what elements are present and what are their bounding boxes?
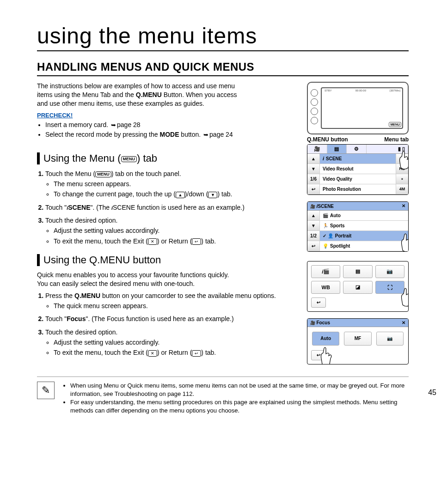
tab-icon[interactable]: ▤ <box>327 145 347 153</box>
exit-icon: ✕ <box>148 350 157 357</box>
close-button[interactable]: ✕ <box>402 320 405 325</box>
list-item[interactable]: 💡Spotlight <box>320 241 408 251</box>
quick-menu-screen: i🎬 ▤ 📷 WB ◪ ⛶ ↩ <box>307 261 409 312</box>
up-icon: ▲ <box>176 192 185 198</box>
tab-icon[interactable]: 🎥 <box>307 145 327 153</box>
arrow-icon <box>110 121 117 128</box>
subheading-qmenu: Using the Q.MENU button <box>43 254 161 266</box>
page-indicator: 1/2 <box>307 231 319 241</box>
list-item[interactable]: Video Quality <box>320 174 396 184</box>
focus-option[interactable]: 📷 <box>376 332 404 346</box>
down-icon: ▼ <box>208 192 217 198</box>
focus-option[interactable]: MF <box>344 332 371 346</box>
return-button[interactable]: ↩ <box>311 350 326 360</box>
menu-tab-label: Menu tab <box>384 136 409 143</box>
qmenu-button-label: Q.MENU button <box>307 136 348 143</box>
section-heading: HANDLING MENUS AND QUICK MENUS <box>37 61 409 76</box>
subheading-menu-tab: Using the Menu (MENU) tab <box>43 152 157 164</box>
precheck-list: Insert a memory card. page 28 Select the… <box>45 121 298 140</box>
menu-chip-icon: MENU <box>95 171 111 177</box>
down-button[interactable]: ▼ <box>307 221 319 231</box>
return-icon: ↩ <box>192 238 201 245</box>
note-item: For easy understanding, the menu setting… <box>70 398 409 415</box>
qmenu-intro: Quick menu enables you to access your fa… <box>37 271 298 288</box>
focus-option[interactable]: Auto <box>312 332 339 346</box>
qmenu-item[interactable]: ▤ <box>343 265 372 278</box>
qmenu-item[interactable]: 📷 <box>375 265 404 278</box>
return-button[interactable]: ↩ <box>307 184 319 194</box>
list-item[interactable]: 🎬Auto <box>320 211 408 221</box>
qmenu-item[interactable]: i🎬 <box>311 265 340 278</box>
qmenu-item[interactable]: ⛶ <box>375 281 404 294</box>
menu-title: 🎥 Focus <box>310 320 330 325</box>
qmenu-item[interactable]: WB <box>311 281 340 294</box>
list-item[interactable]: Video Resolut <box>320 164 396 174</box>
subhead-bar <box>37 152 40 164</box>
note-icon: ✎ <box>37 382 55 399</box>
intro-text: The instructions below are examples of h… <box>37 82 298 108</box>
tab-icon[interactable]: ⚙ <box>347 145 367 153</box>
note-box: ✎ When using Menu or Quick menu items, s… <box>37 376 409 415</box>
menu-tab-chip: MENU <box>389 122 401 127</box>
chevron-right-icon[interactable]: 4M <box>396 184 408 194</box>
close-button[interactable]: ✕ <box>402 203 405 208</box>
precheck-heading: PRECHECK! <box>37 112 298 119</box>
page-title: using the menu items <box>37 23 409 51</box>
menu-title: 🎥 iSCENE <box>310 203 334 209</box>
exit-icon: ✕ <box>148 238 157 245</box>
list-item[interactable]: Photo Resolution <box>320 184 396 194</box>
page-indicator: 1/6 <box>307 174 319 184</box>
camera-illustration: STBY00:00:00[307Min] MENU <box>307 82 409 134</box>
chevron-right-icon[interactable]: HD <box>396 164 408 174</box>
up-button[interactable]: ▲ <box>307 154 319 164</box>
up-button[interactable]: ▲ <box>307 211 319 221</box>
chevron-right-icon[interactable]: 🏞 <box>396 154 408 164</box>
list-item[interactable]: ✓ 👤Portrait <box>320 231 408 241</box>
list-item[interactable]: 🏃Sports <box>320 221 408 231</box>
arrow-icon <box>202 131 209 138</box>
page-number: 45 <box>428 389 436 397</box>
chevron-right-icon[interactable]: ⭑ <box>396 174 408 184</box>
steps-qmenu: Press the Q.MENU button on your camcorde… <box>45 291 298 358</box>
return-button[interactable]: ↩ <box>311 298 326 308</box>
menu-screen-2: 🎥 iSCENE ✕ ▲ ▼ 1/2 ↩ 🎬Auto 🏃Sports ✓ 👤Po… <box>307 201 409 252</box>
menu-screen-1: 🎥 ▤ ⚙ ▮ ▯ ▲ ▼ 1/6 ↩ iSCENE Video Resolut <box>307 144 409 195</box>
down-button[interactable]: ▼ <box>307 164 319 174</box>
qmenu-item[interactable]: ◪ <box>343 281 372 294</box>
list-item[interactable]: iSCENE <box>320 154 396 164</box>
focus-screen: 🎥 Focus ✕ Auto MF 📷 ↩ <box>307 318 409 364</box>
return-button[interactable]: ↩ <box>307 241 319 251</box>
steps-menu-tab: Touch the Menu (MENU) tab on the touch p… <box>45 169 298 246</box>
menu-chip-icon: MENU <box>121 156 137 162</box>
subhead-bar <box>37 254 40 266</box>
note-item: When using Menu or Quick menu items, som… <box>70 382 409 398</box>
battery-icon: ▮ ▯ <box>367 145 408 153</box>
return-icon: ↩ <box>192 350 201 357</box>
